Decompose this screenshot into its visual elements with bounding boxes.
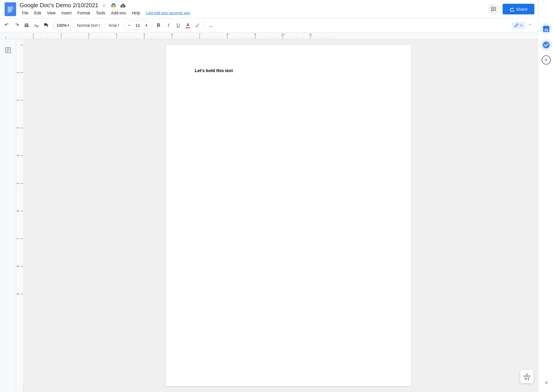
- title-area: Google Doc's Demo 2/10/2021 ☆ File Edit: [20, 2, 484, 16]
- svg-rect-22: [547, 25, 548, 27]
- drive-icon[interactable]: [110, 2, 117, 9]
- underline-button[interactable]: U: [173, 21, 183, 30]
- svg-point-23: [543, 42, 550, 48]
- svg-rect-2: [8, 8, 13, 8]
- top-bar: Google Doc's Demo 2/10/2021 ☆ File Edit: [0, 0, 554, 18]
- zoom-chevron: ▾: [68, 24, 69, 27]
- comment-button[interactable]: [488, 3, 499, 15]
- svg-rect-11: [25, 26, 28, 27]
- svg-rect-19: [543, 26, 549, 28]
- menu-bar: File Edit View Insert Format Tools Add-o…: [20, 10, 484, 16]
- print-button[interactable]: [22, 21, 31, 30]
- text-style-chevron: ▾: [99, 24, 100, 27]
- bold-button[interactable]: B: [154, 21, 163, 30]
- svg-text:A: A: [34, 23, 37, 28]
- text-color-button[interactable]: A: [183, 21, 192, 30]
- cloud-icon[interactable]: [119, 2, 126, 9]
- svg-rect-13: [44, 23, 47, 26]
- calendar-app-icon[interactable]: 61: [540, 23, 552, 35]
- svg-rect-10: [25, 24, 28, 25]
- ruler: [0, 32, 554, 39]
- collapse-toolbar-button[interactable]: ⌃: [526, 21, 535, 30]
- menu-addons[interactable]: Add-ons: [109, 10, 128, 16]
- font-size-group: − +: [125, 21, 150, 30]
- document-page[interactable]: Let's bold this text: [166, 45, 411, 386]
- menu-view[interactable]: View: [45, 10, 58, 16]
- toolbar-divider-4: [123, 22, 123, 29]
- font-chevron: ▾: [118, 24, 119, 27]
- main-area: Let's bold this text: [0, 39, 554, 392]
- spellcheck-button[interactable]: A: [32, 21, 41, 30]
- menu-insert[interactable]: Insert: [59, 10, 74, 16]
- document-area[interactable]: Let's bold this text: [23, 39, 554, 392]
- add-icon: +: [544, 57, 548, 63]
- font-size-input[interactable]: [133, 23, 142, 28]
- toolbar: A 100% ▾ Normal text ▾ Arial ▾ − + B I U: [0, 18, 554, 32]
- more-label: ...: [209, 22, 212, 28]
- text-color-indicator: A: [186, 22, 190, 28]
- svg-rect-3: [8, 9, 12, 10]
- more-options-button[interactable]: ...: [206, 21, 215, 30]
- text-style-dropdown[interactable]: Normal text ▾: [75, 21, 103, 30]
- star-icon[interactable]: ☆: [101, 2, 108, 9]
- title-row: Google Doc's Demo 2/10/2021 ☆: [20, 2, 484, 9]
- last-edit-status: Last edit was seconds ago: [146, 11, 190, 15]
- edit-mode-button[interactable]: [512, 22, 525, 29]
- svg-rect-21: [544, 25, 545, 27]
- document-content[interactable]: Let's bold this text: [195, 68, 382, 73]
- toolbar-divider-3: [104, 22, 104, 29]
- svg-text:61: 61: [545, 28, 548, 32]
- font-size-decrease[interactable]: −: [126, 21, 132, 30]
- svg-rect-4: [8, 10, 12, 11]
- font-dropdown[interactable]: Arial ▾: [106, 21, 121, 30]
- ruler-canvas: [0, 32, 554, 39]
- menu-format[interactable]: Format: [75, 10, 92, 16]
- share-button[interactable]: Share: [503, 4, 534, 14]
- menu-edit[interactable]: Edit: [32, 10, 44, 16]
- svg-rect-1: [8, 7, 13, 7]
- highlight-indicator: 🖊: [196, 23, 200, 28]
- chevron-up-icon: ⌃: [529, 23, 532, 28]
- zoom-value: 100%: [57, 23, 67, 28]
- menu-help[interactable]: Help: [130, 10, 143, 16]
- outline-icon[interactable]: [3, 45, 13, 55]
- left-sidebar: [0, 39, 16, 392]
- expand-panel-button[interactable]: [543, 379, 550, 386]
- menu-tools[interactable]: Tools: [93, 10, 108, 16]
- svg-text:✦: ✦: [526, 375, 528, 378]
- toolbar-divider-2: [73, 22, 73, 29]
- undo-button[interactable]: [2, 21, 12, 30]
- doc-icon: [5, 2, 16, 16]
- paint-format-button[interactable]: [42, 21, 51, 30]
- left-ruler-vertical: [16, 39, 23, 392]
- svg-rect-5: [8, 12, 11, 12]
- text-style-value: Normal text: [77, 23, 98, 28]
- zoom-dropdown[interactable]: 100% ▾: [55, 21, 71, 30]
- floating-assist-button[interactable]: ✦: [520, 370, 534, 383]
- toolbar-divider-5: [152, 22, 152, 29]
- font-value: Arial: [108, 23, 117, 28]
- italic-button[interactable]: I: [164, 21, 173, 30]
- right-panel: 61 +: [538, 0, 554, 392]
- toolbar-divider-1: [53, 22, 53, 29]
- share-label: Share: [516, 7, 527, 12]
- font-size-increase[interactable]: +: [143, 21, 150, 30]
- toolbar-divider-6: [204, 22, 204, 29]
- doc-title[interactable]: Google Doc's Demo 2/10/2021: [20, 2, 98, 9]
- highlight-button[interactable]: 🖊: [193, 21, 202, 30]
- redo-button[interactable]: [12, 21, 21, 30]
- menu-file[interactable]: File: [20, 10, 31, 16]
- add-app-button[interactable]: +: [542, 55, 551, 65]
- tasks-app-icon[interactable]: [540, 39, 552, 51]
- document-text[interactable]: Let's bold this text: [195, 68, 233, 73]
